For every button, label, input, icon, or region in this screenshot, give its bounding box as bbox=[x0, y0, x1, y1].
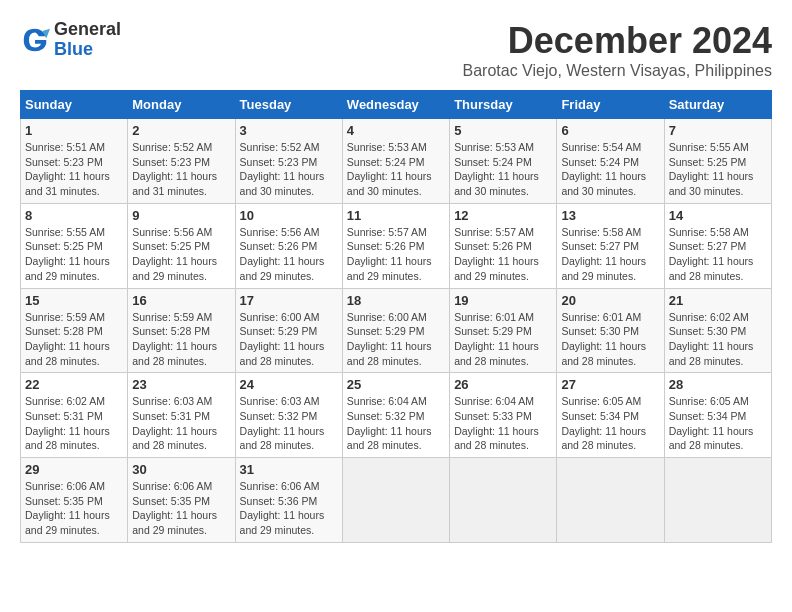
calendar-cell: 9 Sunrise: 5:56 AM Sunset: 5:25 PM Dayli… bbox=[128, 203, 235, 288]
week-row-2: 8 Sunrise: 5:55 AM Sunset: 5:25 PM Dayli… bbox=[21, 203, 772, 288]
calendar-cell: 29 Sunrise: 6:06 AM Sunset: 5:35 PM Dayl… bbox=[21, 458, 128, 543]
day-detail: Sunrise: 5:53 AM Sunset: 5:24 PM Dayligh… bbox=[454, 140, 552, 199]
day-number: 22 bbox=[25, 377, 123, 392]
header-wednesday: Wednesday bbox=[342, 91, 449, 119]
calendar-cell: 17 Sunrise: 6:00 AM Sunset: 5:29 PM Dayl… bbox=[235, 288, 342, 373]
calendar-cell bbox=[342, 458, 449, 543]
day-number: 13 bbox=[561, 208, 659, 223]
day-detail: Sunrise: 6:06 AM Sunset: 5:35 PM Dayligh… bbox=[132, 479, 230, 538]
day-detail: Sunrise: 6:05 AM Sunset: 5:34 PM Dayligh… bbox=[669, 394, 767, 453]
calendar-cell: 19 Sunrise: 6:01 AM Sunset: 5:29 PM Dayl… bbox=[450, 288, 557, 373]
calendar-cell: 24 Sunrise: 6:03 AM Sunset: 5:32 PM Dayl… bbox=[235, 373, 342, 458]
calendar-cell: 20 Sunrise: 6:01 AM Sunset: 5:30 PM Dayl… bbox=[557, 288, 664, 373]
calendar-cell: 26 Sunrise: 6:04 AM Sunset: 5:33 PM Dayl… bbox=[450, 373, 557, 458]
calendar-cell: 6 Sunrise: 5:54 AM Sunset: 5:24 PM Dayli… bbox=[557, 119, 664, 204]
day-detail: Sunrise: 6:03 AM Sunset: 5:31 PM Dayligh… bbox=[132, 394, 230, 453]
day-number: 4 bbox=[347, 123, 445, 138]
day-number: 15 bbox=[25, 293, 123, 308]
day-detail: Sunrise: 6:00 AM Sunset: 5:29 PM Dayligh… bbox=[347, 310, 445, 369]
title-area: December 2024 Barotac Viejo, Western Vis… bbox=[463, 20, 773, 80]
week-row-5: 29 Sunrise: 6:06 AM Sunset: 5:35 PM Dayl… bbox=[21, 458, 772, 543]
day-number: 1 bbox=[25, 123, 123, 138]
subtitle: Barotac Viejo, Western Visayas, Philippi… bbox=[463, 62, 773, 80]
day-number: 16 bbox=[132, 293, 230, 308]
logo-icon bbox=[20, 25, 50, 55]
day-detail: Sunrise: 6:00 AM Sunset: 5:29 PM Dayligh… bbox=[240, 310, 338, 369]
day-number: 26 bbox=[454, 377, 552, 392]
logo: General Blue bbox=[20, 20, 121, 60]
calendar-header-row: Sunday Monday Tuesday Wednesday Thursday… bbox=[21, 91, 772, 119]
day-detail: Sunrise: 5:52 AM Sunset: 5:23 PM Dayligh… bbox=[240, 140, 338, 199]
day-number: 10 bbox=[240, 208, 338, 223]
calendar-cell: 31 Sunrise: 6:06 AM Sunset: 5:36 PM Dayl… bbox=[235, 458, 342, 543]
header-saturday: Saturday bbox=[664, 91, 771, 119]
day-number: 12 bbox=[454, 208, 552, 223]
day-number: 9 bbox=[132, 208, 230, 223]
calendar-cell: 13 Sunrise: 5:58 AM Sunset: 5:27 PM Dayl… bbox=[557, 203, 664, 288]
header-monday: Monday bbox=[128, 91, 235, 119]
week-row-4: 22 Sunrise: 6:02 AM Sunset: 5:31 PM Dayl… bbox=[21, 373, 772, 458]
day-number: 21 bbox=[669, 293, 767, 308]
day-detail: Sunrise: 6:01 AM Sunset: 5:29 PM Dayligh… bbox=[454, 310, 552, 369]
calendar-cell: 18 Sunrise: 6:00 AM Sunset: 5:29 PM Dayl… bbox=[342, 288, 449, 373]
calendar-cell: 14 Sunrise: 5:58 AM Sunset: 5:27 PM Dayl… bbox=[664, 203, 771, 288]
day-number: 8 bbox=[25, 208, 123, 223]
day-number: 17 bbox=[240, 293, 338, 308]
day-detail: Sunrise: 5:55 AM Sunset: 5:25 PM Dayligh… bbox=[25, 225, 123, 284]
header-friday: Friday bbox=[557, 91, 664, 119]
calendar-cell: 16 Sunrise: 5:59 AM Sunset: 5:28 PM Dayl… bbox=[128, 288, 235, 373]
day-detail: Sunrise: 6:06 AM Sunset: 5:36 PM Dayligh… bbox=[240, 479, 338, 538]
day-detail: Sunrise: 6:04 AM Sunset: 5:32 PM Dayligh… bbox=[347, 394, 445, 453]
day-detail: Sunrise: 6:06 AM Sunset: 5:35 PM Dayligh… bbox=[25, 479, 123, 538]
day-detail: Sunrise: 6:02 AM Sunset: 5:30 PM Dayligh… bbox=[669, 310, 767, 369]
calendar-cell: 30 Sunrise: 6:06 AM Sunset: 5:35 PM Dayl… bbox=[128, 458, 235, 543]
day-number: 11 bbox=[347, 208, 445, 223]
day-number: 29 bbox=[25, 462, 123, 477]
day-number: 23 bbox=[132, 377, 230, 392]
day-number: 30 bbox=[132, 462, 230, 477]
day-number: 20 bbox=[561, 293, 659, 308]
calendar-cell: 11 Sunrise: 5:57 AM Sunset: 5:26 PM Dayl… bbox=[342, 203, 449, 288]
day-detail: Sunrise: 5:58 AM Sunset: 5:27 PM Dayligh… bbox=[561, 225, 659, 284]
calendar-cell: 10 Sunrise: 5:56 AM Sunset: 5:26 PM Dayl… bbox=[235, 203, 342, 288]
day-detail: Sunrise: 5:59 AM Sunset: 5:28 PM Dayligh… bbox=[25, 310, 123, 369]
day-detail: Sunrise: 5:57 AM Sunset: 5:26 PM Dayligh… bbox=[347, 225, 445, 284]
main-title: December 2024 bbox=[463, 20, 773, 62]
day-detail: Sunrise: 5:55 AM Sunset: 5:25 PM Dayligh… bbox=[669, 140, 767, 199]
day-detail: Sunrise: 5:57 AM Sunset: 5:26 PM Dayligh… bbox=[454, 225, 552, 284]
calendar-cell: 28 Sunrise: 6:05 AM Sunset: 5:34 PM Dayl… bbox=[664, 373, 771, 458]
calendar-cell: 27 Sunrise: 6:05 AM Sunset: 5:34 PM Dayl… bbox=[557, 373, 664, 458]
day-detail: Sunrise: 6:01 AM Sunset: 5:30 PM Dayligh… bbox=[561, 310, 659, 369]
calendar-cell bbox=[557, 458, 664, 543]
calendar-cell bbox=[450, 458, 557, 543]
day-detail: Sunrise: 6:02 AM Sunset: 5:31 PM Dayligh… bbox=[25, 394, 123, 453]
day-detail: Sunrise: 5:58 AM Sunset: 5:27 PM Dayligh… bbox=[669, 225, 767, 284]
calendar-cell: 1 Sunrise: 5:51 AM Sunset: 5:23 PM Dayli… bbox=[21, 119, 128, 204]
logo-text: General Blue bbox=[54, 20, 121, 60]
day-detail: Sunrise: 5:51 AM Sunset: 5:23 PM Dayligh… bbox=[25, 140, 123, 199]
header-thursday: Thursday bbox=[450, 91, 557, 119]
day-number: 5 bbox=[454, 123, 552, 138]
day-detail: Sunrise: 5:53 AM Sunset: 5:24 PM Dayligh… bbox=[347, 140, 445, 199]
calendar-cell: 25 Sunrise: 6:04 AM Sunset: 5:32 PM Dayl… bbox=[342, 373, 449, 458]
day-number: 31 bbox=[240, 462, 338, 477]
day-detail: Sunrise: 5:52 AM Sunset: 5:23 PM Dayligh… bbox=[132, 140, 230, 199]
day-detail: Sunrise: 5:56 AM Sunset: 5:26 PM Dayligh… bbox=[240, 225, 338, 284]
day-number: 24 bbox=[240, 377, 338, 392]
week-row-1: 1 Sunrise: 5:51 AM Sunset: 5:23 PM Dayli… bbox=[21, 119, 772, 204]
calendar-cell: 8 Sunrise: 5:55 AM Sunset: 5:25 PM Dayli… bbox=[21, 203, 128, 288]
day-number: 14 bbox=[669, 208, 767, 223]
day-number: 25 bbox=[347, 377, 445, 392]
calendar-cell: 21 Sunrise: 6:02 AM Sunset: 5:30 PM Dayl… bbox=[664, 288, 771, 373]
header-sunday: Sunday bbox=[21, 91, 128, 119]
calendar-cell: 22 Sunrise: 6:02 AM Sunset: 5:31 PM Dayl… bbox=[21, 373, 128, 458]
day-detail: Sunrise: 6:03 AM Sunset: 5:32 PM Dayligh… bbox=[240, 394, 338, 453]
calendar-cell: 2 Sunrise: 5:52 AM Sunset: 5:23 PM Dayli… bbox=[128, 119, 235, 204]
header-tuesday: Tuesday bbox=[235, 91, 342, 119]
day-detail: Sunrise: 6:04 AM Sunset: 5:33 PM Dayligh… bbox=[454, 394, 552, 453]
day-number: 28 bbox=[669, 377, 767, 392]
calendar-cell bbox=[664, 458, 771, 543]
calendar: Sunday Monday Tuesday Wednesday Thursday… bbox=[20, 90, 772, 543]
day-detail: Sunrise: 5:54 AM Sunset: 5:24 PM Dayligh… bbox=[561, 140, 659, 199]
day-number: 2 bbox=[132, 123, 230, 138]
